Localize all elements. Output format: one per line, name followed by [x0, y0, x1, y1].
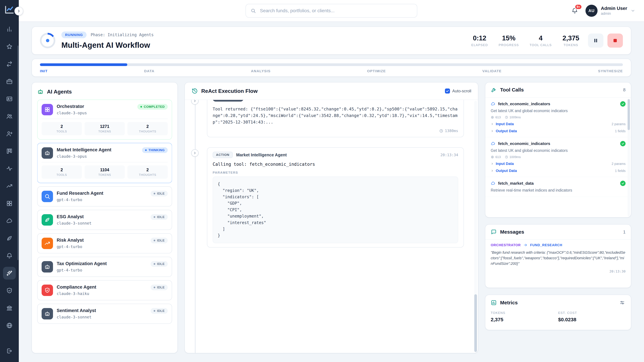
agent-card[interactable]: Sentiment Analystclaude-3-sonnetIDLE	[37, 304, 172, 324]
sidebar-collapse-button[interactable]	[14, 7, 23, 15]
tool-call-input-toggle[interactable]: Input Data2 params	[491, 162, 626, 166]
search-input[interactable]	[259, 8, 412, 14]
sidebar-item-kanban[interactable]	[3, 145, 16, 158]
agents-icon	[37, 88, 44, 95]
grid-icon	[42, 104, 53, 115]
agent-status-badge: IDLE	[150, 285, 168, 290]
tool-calls-scroll-area: fetch_economic_indicatorsGet latest UK a…	[485, 97, 631, 217]
sidebar-item-grid[interactable]	[3, 197, 16, 210]
sidebar-item-cloud[interactable]	[3, 215, 16, 227]
tool-call-input-toggle[interactable]: Input Data2 params	[491, 122, 626, 126]
expand-meta: 2 params	[612, 122, 626, 126]
page-title: Multi-Agent AI Workflow	[62, 40, 154, 50]
agent-model: claude-3-sonnet	[57, 221, 92, 225]
agent-card[interactable]: Orchestratorclaude-3-opusCOMPLETED2TOOLS…	[37, 99, 172, 140]
tool-calls-panel: Tool Calls 8 fetch_economic_indicatorsGe…	[485, 82, 631, 218]
sidebar-item-briefcase[interactable]	[3, 75, 16, 88]
tool-call-output-toggle[interactable]: Output Data1 fields	[491, 129, 626, 133]
expand-meta: 2 params	[612, 162, 626, 166]
tool-call-name: fetch_market_data	[498, 181, 534, 186]
sidebar-item-bar-chart[interactable]	[3, 23, 16, 35]
agent-stat-tools: 2TOOLS	[42, 165, 82, 179]
pause-button[interactable]	[588, 33, 604, 48]
sidebar-item-leaf[interactable]	[3, 232, 16, 245]
execution-scrollbar[interactable]	[474, 101, 477, 352]
tool-call-output-toggle[interactable]: Output Data1 fields	[491, 169, 626, 173]
agent-stat-value: 2	[43, 124, 80, 129]
agent-model: claude-3-opus	[57, 111, 87, 115]
messages-panel: Messages 1 ORCHESTRATOR FUND_RESEARCH "B…	[485, 224, 631, 288]
tool-calls-scrollbar-thumb[interactable]	[628, 99, 630, 130]
action-agent-name: Market Intelligence Agent	[236, 152, 287, 157]
message-item[interactable]: ORCHESTRATOR FUND_RESEARCH "Begin fund r…	[485, 240, 631, 277]
sidebar-item-transfer[interactable]	[3, 58, 16, 70]
observation-text: Tool returned: {"ftse100":{"value":8245.…	[213, 106, 458, 125]
expand-meta: 1 fields	[615, 169, 626, 173]
sidebar-item-bank[interactable]	[3, 302, 16, 314]
sidebar-scrollbar-thumb[interactable]	[18, 45, 18, 260]
app-logo-icon[interactable]	[4, 4, 15, 15]
autoscroll-toggle[interactable]: Auto-scroll	[445, 88, 471, 93]
agent-card[interactable]: Tax Optimization Agentgpt-4-turboIDLE	[37, 257, 172, 277]
status-dot	[154, 193, 155, 194]
agent-stats: 2TOOLS1271TOKENS2THOUGHTS	[42, 119, 168, 135]
message-text: "Begin fund research with criteria: {"ma…	[491, 250, 626, 266]
agent-model: gpt-4-turbo	[57, 245, 84, 249]
agent-card[interactable]: Compliance Agentclaude-3-haikuIDLE	[37, 280, 172, 300]
agent-card[interactable]: ESG Analystclaude-3-sonnetIDLE	[37, 210, 172, 230]
metric-label: TOKENS	[491, 311, 558, 315]
sidebar-item-id-card[interactable]	[3, 92, 16, 105]
status-dot	[154, 240, 155, 241]
tool-call-item[interactable]: fetch_economic_indicatorsGet latest UK a…	[485, 137, 631, 177]
stop-button[interactable]	[608, 33, 623, 48]
tool-call-description: Get latest UK and global economic indica…	[491, 108, 626, 113]
expand-label: Output Data	[496, 169, 517, 173]
shield-check-icon	[42, 285, 53, 296]
leaf-icon	[44, 217, 50, 223]
progress-fill	[40, 63, 127, 66]
agent-stat-tools: 2TOOLS	[42, 122, 82, 135]
agent-card[interactable]: Market Intelligence Agentclaude-3-opusTH…	[37, 143, 172, 183]
bot-icon	[42, 147, 53, 159]
grid-icon	[6, 200, 13, 207]
autoscroll-checkbox[interactable]	[445, 88, 450, 93]
sidebar-item-trending-up[interactable]	[3, 180, 16, 192]
expand-label: Input Data	[496, 162, 514, 166]
agent-card[interactable]: Risk Analystgpt-4-turboIDLE	[37, 233, 172, 253]
stage-synthesize: SYNTHESIZE	[598, 69, 623, 73]
workflow-stats: 0:12ELAPSED15%PROGRESS4TOOL CALLS2,375TO…	[471, 34, 579, 47]
sidebar-item-shield-check[interactable]	[3, 284, 16, 297]
chevron-right-icon	[193, 100, 197, 103]
agent-status-badge: IDLE	[150, 238, 168, 243]
notifications-button[interactable]: 9+	[571, 7, 579, 15]
trending-up-icon	[6, 183, 13, 189]
agent-card[interactable]: Fund Research Agentgpt-4-turboIDLE	[37, 186, 172, 206]
coin-icon	[491, 155, 494, 159]
logout-button[interactable]	[3, 345, 16, 357]
execution-scrollbar-thumb[interactable]	[474, 294, 477, 352]
transfer-icon	[6, 61, 13, 67]
workflow-header: RUNNING Phase: Initializing Agents Multi…	[32, 26, 631, 55]
sidebar-item-users[interactable]	[3, 110, 16, 123]
tool-call-item[interactable]: fetch_economic_indicatorsGet latest UK a…	[485, 97, 631, 137]
global-search[interactable]	[246, 4, 417, 17]
agents-panel-title: AI Agents	[47, 89, 72, 95]
stage-validate: VALIDATE	[482, 69, 502, 73]
expand-meta: 1 fields	[615, 129, 626, 133]
clipped-observation-badge	[213, 100, 244, 102]
sidebar-item-bell[interactable]	[3, 249, 16, 262]
metrics-settings-button[interactable]	[619, 299, 626, 306]
sidebar-item-globe[interactable]	[3, 319, 16, 332]
sidebar-item-star[interactable]	[3, 40, 16, 53]
execution-flow-scroll-area: Tool returned: {"ftse100":{"value":8245.…	[185, 100, 478, 353]
tool-calls-scrollbar[interactable]	[628, 98, 630, 216]
sidebar-item-activity[interactable]	[3, 162, 16, 175]
tool-call-item[interactable]: fetch_market_dataRetrieve real-time mark…	[485, 177, 631, 197]
user-menu[interactable]: AU Admin User admin	[586, 5, 635, 17]
sidebar-item-user-plus[interactable]	[3, 127, 16, 140]
execution-flow-panel: ReAct Execution Flow Auto-scroll	[184, 82, 478, 353]
timeline-line	[195, 100, 196, 353]
sidebar-item-sparkles[interactable]	[3, 267, 16, 280]
users-icon	[6, 113, 13, 120]
coin-icon	[491, 116, 494, 119]
